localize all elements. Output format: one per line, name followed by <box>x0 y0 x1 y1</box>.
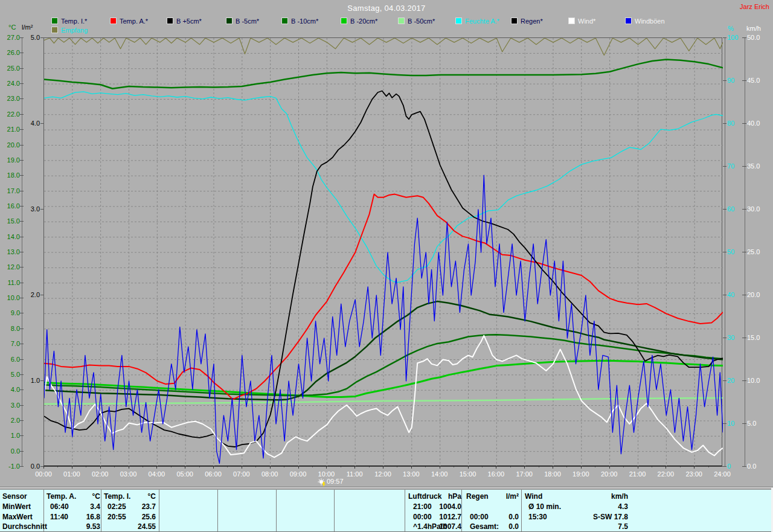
tick-label-percent: 40 <box>727 291 734 298</box>
tick-mark <box>723 466 726 467</box>
minor-tick-mark <box>57 466 58 467</box>
tick-mark <box>20 344 24 344</box>
table-cell-value: 23.7 <box>107 502 156 511</box>
tick-mark <box>742 80 746 81</box>
tick-label-kmh: 35.0 <box>747 162 760 170</box>
tick-mark <box>326 466 327 469</box>
tick-label-tempc: 20.0 <box>0 141 20 149</box>
tick-mark <box>40 380 43 381</box>
minor-tick-mark <box>143 466 143 467</box>
tick-mark <box>20 160 24 161</box>
tick-label-time: 07:00 <box>228 470 255 478</box>
legend-label: Windböen <box>635 18 665 25</box>
tick-mark <box>43 466 44 469</box>
tick-mark <box>20 374 24 375</box>
tick-label-percent: 80 <box>727 120 734 127</box>
axis-unit-percent: % <box>728 25 734 32</box>
tick-mark <box>496 466 496 469</box>
tick-label-tempc: 16.0 <box>0 202 20 210</box>
tick-label-kmh: 0.0 <box>747 463 756 470</box>
legend-item-b-5cm-: B -5cm* <box>226 18 259 25</box>
chart-plot-area[interactable] <box>43 37 722 466</box>
tick-label-time: 11:00 <box>341 470 368 478</box>
tick-mark <box>742 37 746 38</box>
tick-label-tempc: 13.0 <box>0 248 20 255</box>
tick-mark <box>411 466 412 469</box>
minor-tick-mark <box>539 466 539 467</box>
table-cell-value: 0.0 <box>470 522 519 531</box>
tick-mark <box>581 466 582 469</box>
statistics-table: SensorMinWertMaxWertDurchschnittTemp. A.… <box>0 489 773 532</box>
legend-swatch <box>226 18 233 24</box>
legend-item-windb-en: Windböen <box>625 18 665 25</box>
minor-tick-mark <box>341 466 341 467</box>
tick-mark <box>723 380 726 381</box>
tick-label-time: 17:00 <box>511 470 537 478</box>
tick-label-percent: 30 <box>727 334 734 341</box>
tick-label-tempc: 6.0 <box>0 356 20 363</box>
table-column-divider <box>405 490 405 531</box>
tick-label-tempc: -1.0 <box>0 463 20 470</box>
tick-label-percent: 10 <box>727 420 734 427</box>
tick-label-kmh: 20.0 <box>747 291 760 298</box>
tick-mark <box>20 359 24 360</box>
tick-mark <box>20 405 24 406</box>
tick-label-time: 03:00 <box>115 470 142 478</box>
legend-item-feuchte-a-: Feuchte A.* <box>455 18 499 25</box>
tick-mark <box>20 83 24 84</box>
sun-lightning-icon <box>318 478 327 487</box>
tick-label-kmh: 40.0 <box>747 120 760 127</box>
legend-swatch <box>281 18 288 24</box>
tick-mark <box>723 423 726 424</box>
legend-label: Temp. A.* <box>120 18 148 25</box>
tick-mark <box>742 423 746 424</box>
legend-swatch <box>568 18 575 24</box>
tick-label-percent: 20 <box>727 377 734 384</box>
tick-label-time: 23:00 <box>681 470 707 478</box>
table-cell-value: 1004.0 <box>413 502 461 511</box>
tick-mark <box>20 221 24 222</box>
legend-label: Feuchte A.* <box>465 18 499 25</box>
tick-label-time: 04:00 <box>143 470 170 478</box>
tick-mark <box>242 466 242 469</box>
tick-label-percent: 60 <box>727 205 734 213</box>
table-column-divider <box>521 490 522 531</box>
tick-mark <box>723 123 726 124</box>
tick-mark <box>354 466 355 469</box>
tick-mark <box>20 435 24 436</box>
table-column-divider <box>217 490 218 531</box>
minor-tick-mark <box>369 466 370 467</box>
table-col-unit: °C <box>50 492 100 501</box>
legend-label: Regen* <box>521 18 543 25</box>
table-cell-value: 16.8 <box>50 512 100 522</box>
tick-mark <box>270 466 271 469</box>
legend-label: Temp. I.* <box>61 18 87 25</box>
axis-unit-temp: °C <box>8 24 16 31</box>
tick-label-time: 16:00 <box>483 470 509 478</box>
tick-mark <box>20 175 24 176</box>
minor-tick-mark <box>199 466 200 467</box>
table-row-label: Sensor <box>2 492 42 501</box>
tick-mark <box>40 209 43 210</box>
tick-mark <box>20 53 24 53</box>
legend-swatch <box>398 18 405 24</box>
minor-tick-mark <box>454 466 454 467</box>
tick-mark <box>723 209 726 210</box>
minor-tick-mark <box>566 466 567 467</box>
tick-label-time: 00:00 <box>30 470 57 478</box>
legend-swatch <box>110 18 117 24</box>
tick-label-tempc: 21.0 <box>0 126 20 133</box>
tick-mark <box>213 466 214 469</box>
tick-label-lm2: 1.0 <box>24 377 40 384</box>
tick-label-kmh: 30.0 <box>747 205 760 213</box>
tick-label-tempc: 22.0 <box>0 111 20 118</box>
tick-label-time: 02:00 <box>87 470 114 478</box>
legend-item-temp-i-: Temp. I.* <box>51 18 87 25</box>
tick-mark <box>20 68 24 69</box>
legend-swatch <box>51 27 58 33</box>
tick-label-tempc: 11.0 <box>0 279 20 286</box>
tick-label-time: 08:00 <box>257 470 283 478</box>
tick-label-tempc: 26.0 <box>0 49 20 56</box>
tick-mark <box>723 295 726 295</box>
tick-label-time: 01:00 <box>59 470 85 478</box>
